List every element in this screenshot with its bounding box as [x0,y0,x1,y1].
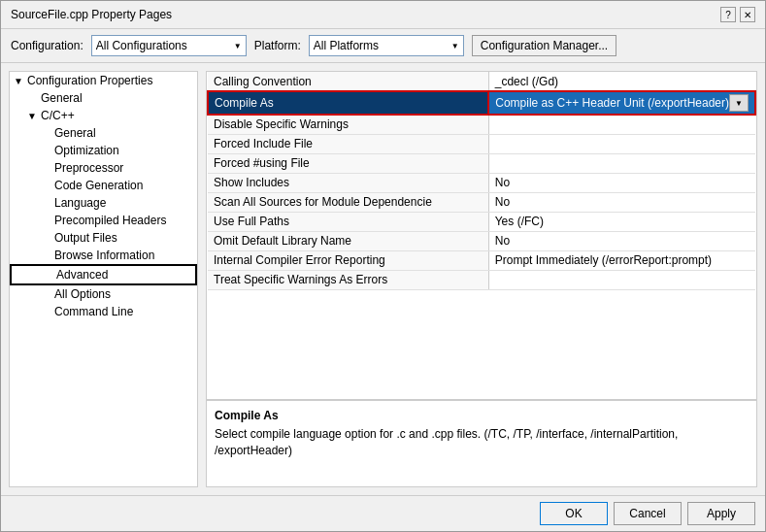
dialog-title: SourceFile.cpp Property Pages [11,8,172,21]
sidebar-item-general[interactable]: General [10,89,197,107]
sidebar-item-code-gen[interactable]: Code Generation [10,177,197,194]
expand-icon: ▼ [14,76,27,86]
apply-button[interactable]: Apply [687,502,755,525]
sidebar-item-label: Language [54,196,106,210]
dialog-footer: OK Cancel Apply [1,495,765,531]
prop-value: No [488,192,755,212]
sidebar-item-label: Command Line [54,305,133,318]
sidebar-tree: ▼ Configuration Properties General ▼ C/C… [9,71,198,487]
table-row[interactable]: Calling Convention _cdecl (/Gd) [208,72,755,91]
prop-value [488,115,755,134]
sidebar-item-optimization[interactable]: Optimization [10,142,197,159]
sidebar-item-output-files[interactable]: Output Files [10,229,197,247]
sidebar-item-label: C/C++ [41,109,75,122]
compile-as-value: Compile as C++ Header Unit (/exportHeade… [495,96,729,110]
prop-name: Show Includes [208,173,488,192]
ok-button[interactable]: OK [540,502,608,525]
prop-value: No [488,173,755,192]
expand-icon: ▼ [27,111,41,121]
close-button[interactable]: ✕ [740,7,755,22]
table-row[interactable]: Disable Specific Warnings [208,115,755,134]
prop-value: Prompt Immediately (/errorReport:prompt) [488,250,755,270]
compile-as-value-cell: Compile as C++ Header Unit (/exportHeade… [495,94,749,112]
prop-name: Forced #using File [208,153,488,173]
sidebar-item-precompiled[interactable]: Precompiled Headers [10,212,197,229]
properties-panel: Calling Convention _cdecl (/Gd) Compile … [206,71,757,487]
sidebar-item-cpp[interactable]: ▼ C/C++ [10,107,197,124]
sidebar-item-preprocessor[interactable]: Preprocessor [10,159,197,177]
property-pages-dialog: SourceFile.cpp Property Pages ? ✕ Config… [0,0,766,532]
toolbar: Configuration: All Configurations ▼ Plat… [1,29,765,63]
prop-name: Internal Compiler Error Reporting [208,250,488,270]
sidebar-item-label: All Options [54,287,111,301]
main-content: ▼ Configuration Properties General ▼ C/C… [1,63,765,495]
configuration-dropdown[interactable]: All Configurations ▼ [91,35,247,56]
platform-dropdown[interactable]: All Platforms ▼ [309,35,464,56]
config-manager-button[interactable]: Configuration Manager... [472,35,616,56]
title-bar-controls: ? ✕ [720,7,755,22]
sidebar-item-config-props[interactable]: ▼ Configuration Properties [10,72,197,89]
info-title: Compile As [215,409,749,422]
compile-as-dropdown-button[interactable]: ▼ [729,94,749,112]
properties-table: Calling Convention _cdecl (/Gd) Compile … [207,72,756,399]
sidebar-item-cpp-general[interactable]: General [10,124,197,142]
table-row[interactable]: Forced Include File [208,134,755,153]
prop-value: No [488,231,755,250]
prop-name: Omit Default Library Name [208,231,488,250]
prop-name: Forced Include File [208,134,488,153]
sidebar-item-label: Precompiled Headers [54,214,166,227]
sidebar-item-command-line[interactable]: Command Line [10,303,197,320]
info-panel: Compile As Select compile language optio… [207,399,756,486]
prop-value [488,270,755,289]
sidebar-item-label: Browse Information [54,249,154,262]
sidebar-item-label: Preprocessor [54,161,123,175]
help-button[interactable]: ? [720,7,736,22]
config-dropdown-arrow: ▼ [234,42,242,50]
prop-name: Scan All Sources for Module Dependencie [208,192,488,212]
table-row[interactable]: Use Full Paths Yes (/FC) [208,212,755,231]
sidebar-item-label: General [41,91,83,105]
prop-name: Calling Convention [208,72,488,91]
platform-dropdown-arrow: ▼ [451,42,459,50]
sidebar-item-advanced[interactable]: Advanced [10,264,197,285]
sidebar-item-label: Output Files [54,231,117,245]
cancel-button[interactable]: Cancel [614,502,682,525]
sidebar-item-label: Optimization [54,144,119,157]
table-row[interactable]: Show Includes No [208,173,755,192]
table-row[interactable]: Forced #using File [208,153,755,173]
prop-value: Yes (/FC) [488,212,755,231]
title-bar: SourceFile.cpp Property Pages ? ✕ [1,1,765,29]
table-row[interactable]: Scan All Sources for Module Dependencie … [208,192,755,212]
platform-label: Platform: [254,39,301,52]
info-description: Select compile language option for .c an… [215,426,749,459]
prop-value [488,134,755,153]
sidebar-item-label: Code Generation [54,179,143,192]
platform-value: All Platforms [314,39,379,52]
prop-value [488,153,755,173]
prop-name: Disable Specific Warnings [208,115,488,134]
prop-name: Use Full Paths [208,212,488,231]
table-row[interactable]: Omit Default Library Name No [208,231,755,250]
table-row[interactable]: Internal Compiler Error Reporting Prompt… [208,250,755,270]
config-value: All Configurations [96,39,187,52]
prop-value: _cdecl (/Gd) [488,72,755,91]
prop-name: Compile As [208,91,488,115]
table-row[interactable]: Treat Specific Warnings As Errors [208,270,755,289]
sidebar-item-all-options[interactable]: All Options [10,285,197,303]
sidebar-item-language[interactable]: Language [10,194,197,212]
config-label: Configuration: [11,39,83,52]
prop-value: Compile as C++ Header Unit (/exportHeade… [488,91,755,115]
prop-name: Treat Specific Warnings As Errors [208,270,488,289]
sidebar-item-browse-info[interactable]: Browse Information [10,247,197,264]
sidebar-item-label: Advanced [56,268,108,282]
sidebar-item-label: Configuration Properties [27,74,152,87]
table-row-compile-as[interactable]: Compile As Compile as C++ Header Unit (/… [208,91,755,115]
sidebar-item-label: General [54,126,96,140]
